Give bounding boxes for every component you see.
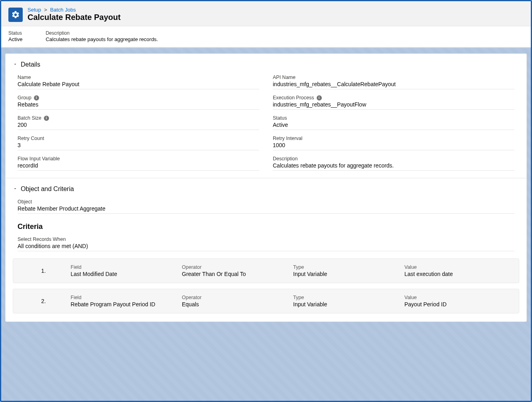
gear-icon <box>8 8 23 22</box>
criteria-value-value: Last execution date <box>404 271 512 277</box>
field-retry-count: Retry Count 3 <box>18 136 259 150</box>
field-name: Name Calculate Rebate Payout <box>18 75 259 89</box>
info-icon[interactable]: i <box>34 95 39 100</box>
field-retry-count-label: Retry Count <box>18 136 259 141</box>
field-object: Object Rebate Member Product Aggregate <box>18 199 514 214</box>
section-object-title: Object and Criteria <box>21 185 74 193</box>
header-summary: Status Active Description Calculates reb… <box>1 26 531 47</box>
criteria-value-value: Payout Period ID <box>404 301 512 307</box>
criteria-field-value: Rebate Program Payout Period ID <box>71 301 179 307</box>
section-object-header[interactable]: Object and Criteria <box>6 178 526 195</box>
breadcrumb-batchjobs-link[interactable]: Batch Jobs <box>50 7 76 13</box>
field-api-name-value: industries_mfg_rebates__CalculateRebateP… <box>273 81 514 89</box>
criteria-heading: Criteria <box>6 215 526 233</box>
field-retry-interval: Retry Interval 1000 <box>273 136 514 150</box>
field-description: Description Calculates rebate payouts fo… <box>273 156 514 171</box>
field-flow-input-label: Flow Input Variable <box>18 156 259 162</box>
field-select-when: Select Records When All conditions are m… <box>18 236 514 251</box>
criteria-operator-label: Operator <box>182 295 290 300</box>
header-desc-label: Description <box>45 30 158 36</box>
criteria-field-label: Field <box>71 264 179 270</box>
breadcrumb: Setup > Batch Jobs <box>28 7 120 13</box>
field-execution-process-value: industries_mfg_rebates__PayoutFlow <box>273 101 514 110</box>
content-card: Details Name Calculate Rebate Payout API… <box>5 53 527 322</box>
section-details-header[interactable]: Details <box>6 54 526 71</box>
criteria-number: 1. <box>20 268 67 274</box>
page-header: Setup > Batch Jobs Calculate Rebate Payo… <box>1 1 531 48</box>
field-execution-process-label: Execution Process i <box>273 95 514 100</box>
field-object-label: Object <box>18 199 514 205</box>
field-batch-size-value: 200 <box>18 122 259 130</box>
field-select-when-value: All conditions are met (AND) <box>18 243 514 251</box>
criteria-operator-label: Operator <box>182 264 290 270</box>
info-icon[interactable]: i <box>317 95 322 100</box>
field-status: Status Active <box>273 115 514 130</box>
field-retry-count-value: 3 <box>18 142 259 150</box>
field-status-label: Status <box>273 115 514 121</box>
field-retry-interval-value: 1000 <box>273 142 514 150</box>
field-group: Group i Rebates <box>18 95 259 110</box>
criteria-number: 2. <box>20 298 67 304</box>
breadcrumb-setup-link[interactable]: Setup <box>28 7 41 13</box>
chevron-down-icon <box>13 61 18 68</box>
field-description-value: Calculates rebate payouts for aggregate … <box>273 162 514 171</box>
info-icon[interactable]: i <box>44 116 49 121</box>
criteria-operator-value: Equals <box>182 301 290 307</box>
field-api-name: API Name industries_mfg_rebates__Calcula… <box>273 75 514 89</box>
page-title: Calculate Rebate Payout <box>28 13 120 22</box>
details-grid: Name Calculate Rebate Payout API Name in… <box>6 71 526 172</box>
criteria-operator-value: Greater Than Or Equal To <box>182 271 290 277</box>
field-flow-input-value: recordId <box>18 162 259 171</box>
criteria-type-value: Input Variable <box>293 301 401 307</box>
field-status-value: Active <box>273 122 514 130</box>
header-desc-value: Calculates rebate payouts for aggregate … <box>45 36 158 42</box>
chevron-down-icon <box>13 185 18 193</box>
field-group-label: Group i <box>18 95 259 100</box>
criteria-value-label: Value <box>404 264 512 270</box>
field-name-label: Name <box>18 75 259 80</box>
header-status-value: Active <box>8 36 22 42</box>
criteria-field-label: Field <box>71 295 179 300</box>
criteria-row-2: 2. Field Rebate Program Payout Period ID… <box>13 289 519 313</box>
field-execution-process: Execution Process i industries_mfg_rebat… <box>273 95 514 110</box>
header-status-label: Status <box>8 30 22 36</box>
field-description-label: Description <box>273 156 514 162</box>
criteria-row-1: 1. Field Last Modified Date Operator Gre… <box>13 258 519 283</box>
field-object-value: Rebate Member Product Aggregate <box>18 205 514 214</box>
field-flow-input: Flow Input Variable recordId <box>18 156 259 171</box>
field-select-when-label: Select Records When <box>18 236 514 242</box>
field-name-value: Calculate Rebate Payout <box>18 81 259 89</box>
field-retry-interval-label: Retry Interval <box>273 136 514 141</box>
field-batch-size-label: Batch Size i <box>18 115 259 121</box>
criteria-field-value: Last Modified Date <box>71 271 179 277</box>
field-api-name-label: API Name <box>273 75 514 80</box>
breadcrumb-separator: > <box>44 7 47 13</box>
field-group-value: Rebates <box>18 101 259 110</box>
criteria-type-label: Type <box>293 264 401 270</box>
section-details-title: Details <box>21 61 40 68</box>
field-batch-size: Batch Size i 200 <box>18 115 259 130</box>
criteria-type-value: Input Variable <box>293 271 401 277</box>
criteria-value-label: Value <box>404 295 512 300</box>
criteria-type-label: Type <box>293 295 401 300</box>
